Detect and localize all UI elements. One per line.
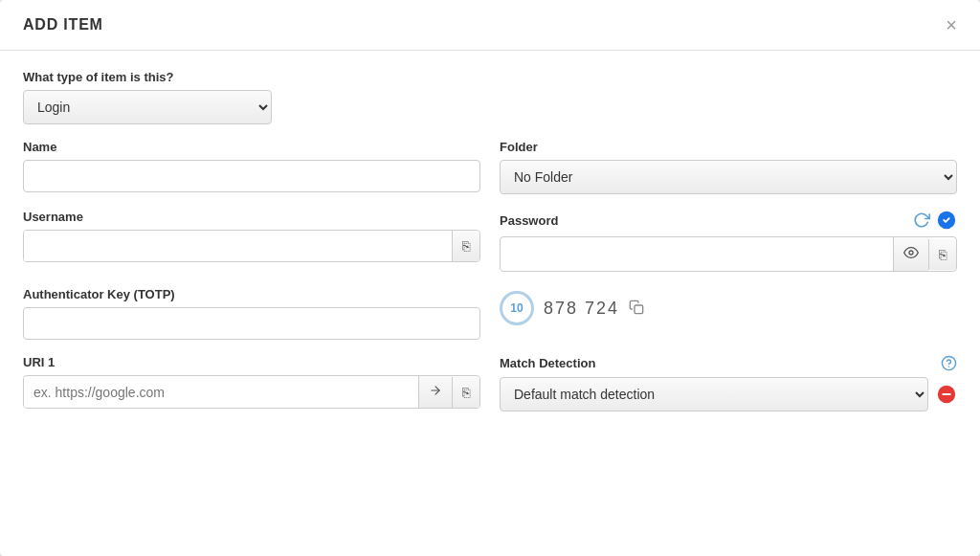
remove-uri-button[interactable]	[936, 384, 957, 405]
uri-go-button[interactable]	[418, 376, 452, 408]
uri-match-row: URI 1 ⎘	[23, 355, 957, 427]
username-input[interactable]	[24, 231, 452, 261]
username-input-group: ⎘	[23, 230, 480, 262]
password-copy-button[interactable]: ⎘	[928, 239, 956, 270]
password-label-row: Password	[500, 210, 957, 231]
totp-left-col: Authenticator Key (TOTP)	[23, 287, 480, 355]
totp-copy-button[interactable]	[629, 300, 644, 318]
password-col: Password	[500, 210, 957, 287]
check-circle-icon	[936, 210, 957, 231]
match-select-group: Default match detection Base domain Host…	[500, 377, 957, 411]
match-detection-section: Match Detection Default match detection	[500, 355, 957, 411]
username-col: Username ⎘	[23, 210, 480, 287]
match-detection-select[interactable]: Default match detection Base domain Host…	[500, 377, 928, 411]
password-icons	[913, 210, 957, 231]
copy-icon-uri: ⎘	[462, 385, 470, 400]
item-type-label: What type of item is this?	[23, 70, 272, 84]
folder-select[interactable]: No Folder	[500, 160, 957, 194]
close-button[interactable]: ×	[946, 15, 957, 34]
uri-label: URI 1	[23, 355, 480, 369]
uri-section: URI 1 ⎘	[23, 355, 480, 409]
uri-input[interactable]	[24, 377, 418, 408]
copy-icon: ⎘	[462, 238, 470, 254]
totp-label: Authenticator Key (TOTP)	[23, 287, 480, 301]
name-section: Name	[23, 140, 480, 192]
svg-rect-2	[635, 305, 643, 314]
uri-copy-button[interactable]: ⎘	[452, 377, 479, 408]
match-detection-help-button[interactable]	[941, 355, 957, 371]
totp-timer: 10	[500, 291, 534, 325]
svg-point-1	[909, 251, 913, 255]
check-password-button[interactable]	[936, 210, 957, 231]
refresh-icon	[913, 211, 930, 229]
question-icon	[941, 355, 957, 371]
modal-title: ADD ITEM	[23, 16, 103, 33]
go-icon	[429, 384, 442, 400]
uri-input-group: ⎘	[23, 375, 480, 409]
add-item-modal: ADD ITEM × What type of item is this? Lo…	[0, 0, 980, 556]
name-folder-row: Name Folder No Folder	[23, 140, 957, 210]
totp-right-col: 10 878 724	[500, 287, 957, 325]
item-type-section: What type of item is this? Login Secure …	[23, 70, 272, 124]
folder-label: Folder	[500, 140, 957, 154]
generate-password-button[interactable]	[913, 211, 930, 229]
folder-col: Folder No Folder	[500, 140, 957, 210]
copy-icon: ⎘	[939, 247, 947, 262]
password-section: Password	[500, 210, 957, 272]
eye-icon	[903, 245, 919, 263]
username-label: Username	[23, 210, 480, 224]
name-input[interactable]	[23, 160, 480, 192]
modal-header: ADD ITEM ×	[0, 0, 980, 51]
totp-row: Authenticator Key (TOTP) 10 878 724	[23, 287, 957, 355]
password-label: Password	[500, 213, 558, 228]
totp-code: 878 724	[544, 299, 619, 319]
password-input-group: ⎘	[500, 236, 957, 272]
name-col: Name	[23, 140, 480, 210]
totp-section: Authenticator Key (TOTP)	[23, 287, 480, 340]
uri-col: URI 1 ⎘	[23, 355, 480, 427]
username-section: Username ⎘	[23, 210, 480, 262]
modal-body: What type of item is this? Login Secure …	[0, 51, 980, 556]
match-detection-label: Match Detection	[500, 356, 595, 370]
password-input[interactable]	[501, 239, 893, 270]
minus-circle-icon	[936, 384, 957, 405]
folder-section: Folder No Folder	[500, 140, 957, 194]
username-password-row: Username ⎘ Password	[23, 210, 957, 287]
match-label-row: Match Detection	[500, 355, 957, 371]
totp-input[interactable]	[23, 307, 480, 340]
name-label: Name	[23, 140, 480, 154]
show-password-button[interactable]	[893, 237, 928, 271]
username-copy-button[interactable]: ⎘	[452, 231, 479, 261]
match-detection-col: Match Detection Default match detection	[500, 355, 957, 427]
copy-icon-totp	[629, 302, 644, 318]
item-type-select[interactable]: Login Secure Note Card Identity	[23, 90, 272, 124]
